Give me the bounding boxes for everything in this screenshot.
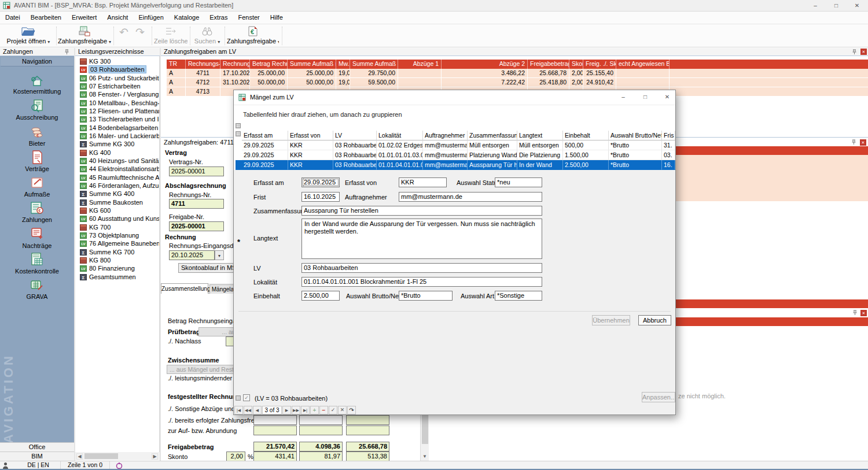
tree-item[interactable]: LV14 Bodenbelagsarbeiten <box>80 124 158 132</box>
menu-bearbeiten[interactable]: Bearbeiten <box>25 12 67 24</box>
close-icon[interactable]: ✕ <box>661 92 674 102</box>
dialog-table-row[interactable]: 29.09.2025KKR03 Rohbauarbeiter01.01.01.0… <box>242 150 675 160</box>
minimize-icon[interactable]: – <box>617 92 630 102</box>
nav-refresh-icon[interactable]: ↷ <box>347 406 356 415</box>
tree-item[interactable]: ΣSumme KG 400 <box>80 190 134 198</box>
tree-item[interactable]: ΣSumme KG 300 <box>80 140 134 148</box>
filter-grid-icon[interactable] <box>236 395 241 401</box>
tree-item[interactable]: LV40 Heizungs- und Sanitärar <box>80 157 160 165</box>
dialog-table-row[interactable]: 29.09.2025KKR03 Rohbauarbeiter01.02.02 E… <box>242 140 675 150</box>
tree-item[interactable]: KG 800 <box>80 256 111 264</box>
bereits-field-2[interactable] <box>299 415 343 425</box>
minimize-icon[interactable]: – <box>809 1 822 10</box>
tab-zusammenstellung[interactable]: Zusammenstellung <box>161 283 208 294</box>
nav-next-icon[interactable]: ▶ <box>282 406 291 415</box>
menu-fenster[interactable]: Fenster <box>233 12 264 24</box>
pin-icon[interactable] <box>852 310 858 316</box>
tree-item[interactable]: LV73 Objektplanung <box>80 231 139 239</box>
abrundung-field-2[interactable] <box>299 425 343 435</box>
sidebar-item-kostenermittlung[interactable]: Kostenermittlung <box>0 88 74 95</box>
tree-item[interactable]: LV08 Fenster- / Verglasungs- / <box>80 90 160 98</box>
tree-item[interactable]: ΣGesamtsummen <box>80 273 136 281</box>
tree-item[interactable]: LV45 Raumlufttechnische Anla <box>80 173 160 182</box>
scroll-left-icon[interactable]: ◀ <box>76 453 83 460</box>
skonto-field-3[interactable]: 513,38 <box>346 452 389 461</box>
langtext-field[interactable]: In der Wand wurde die Aussparung der Tür… <box>301 219 542 259</box>
tree-item[interactable]: LV13 Tischlerarbeiten und Inn <box>80 115 160 123</box>
sidebar-tab-bim[interactable]: BIM <box>0 452 74 461</box>
freigabebetrag-field-3[interactable]: 25.668,78 <box>346 442 389 452</box>
lokalitaet-field[interactable]: 01.01.04.01.01.001 Blockrahmentür 1-Fl 2… <box>301 277 542 287</box>
close-panel-icon[interactable]: ✕ <box>860 139 866 146</box>
anpassen-button[interactable]: Anpassen... <box>642 392 675 402</box>
close-icon[interactable]: ✕ <box>851 1 863 10</box>
nav-delete-icon[interactable]: − <box>319 406 328 415</box>
auswahl-status-field[interactable]: *neu <box>495 177 542 187</box>
sidebar-item-zahlungen[interactable]: Zahlungen <box>0 216 74 223</box>
sidebar-item-aufmasse[interactable]: Aufmaße <box>0 191 74 198</box>
tree-item[interactable]: ΣSumme Baukosten <box>80 198 143 206</box>
skonto-percent-field[interactable]: 2,00 <box>226 452 245 461</box>
eingangsdatum-field[interactable]: 20.10.2025 <box>169 250 215 260</box>
close-panel-icon[interactable]: ✕ <box>860 49 867 55</box>
tree-item[interactable]: KG 400 <box>80 149 111 157</box>
menu-hilfe[interactable]: Hilfe <box>265 12 288 24</box>
tree-item[interactable]: KG 600 <box>80 206 111 214</box>
dialog-table-row-selected[interactable]: 29.09.2025KKR03 Rohbauarbeiter01.01.04.0… <box>242 160 675 170</box>
sidebar-item-grava[interactable]: GRAVA <box>0 293 74 300</box>
table-grid-icon[interactable] <box>236 131 241 136</box>
sidebar-item-bieter[interactable]: Bieter <box>0 140 74 147</box>
dialog-title-bar[interactable]: Mängel zum LV – □ ✕ <box>234 90 675 105</box>
menu-extras[interactable]: Extras <box>204 12 233 24</box>
table-row[interactable]: A471231.10.202550.000,0050.000,0019,0059… <box>167 78 868 87</box>
tree-item[interactable]: LV16 Maler- und Lackierarbeit <box>80 132 160 140</box>
language-indicator[interactable]: DE | EN <box>16 461 61 469</box>
nav-next-page-icon[interactable]: ▶▶ <box>292 406 300 415</box>
menu-ansicht[interactable]: Ansicht <box>102 12 133 24</box>
tree-item[interactable]: LV46 Förderanlagen, Aufzugsa <box>80 182 160 190</box>
auswahl-art-field[interactable]: *Sonstige <box>495 291 542 301</box>
menu-erweitert[interactable]: Erweitert <box>67 12 102 24</box>
nav-prev-page-icon[interactable]: ◀◀ <box>244 406 252 415</box>
tree-hscrollbar[interactable]: ◀ ▶ <box>75 452 160 460</box>
sidebar-tab-office[interactable]: Office <box>0 442 74 452</box>
tree-item[interactable]: LV06 Putz- und Stuckarbeiten, <box>80 74 160 82</box>
zahlungsfreigabe-button[interactable]: € Zahlungsfreigabe ▾ <box>227 25 279 46</box>
freigabebetrag-field-2[interactable]: 4.098,36 <box>299 442 343 452</box>
sidebar-item-nachtraege[interactable]: Nachträge <box>0 242 74 249</box>
frist-field[interactable]: 16.10.2025 <box>301 192 340 202</box>
pin-icon[interactable] <box>851 139 857 145</box>
menu-kataloge[interactable]: Kataloge <box>169 12 204 24</box>
delete-row-button[interactable]: Zeile löschen <box>154 25 187 46</box>
close-panel-icon[interactable]: ✕ <box>860 310 867 316</box>
einbehalt-field[interactable]: 2.500,00 <box>301 291 340 301</box>
tree-item[interactable]: LV07 Estricharbeiten <box>80 82 141 90</box>
auftragnehmer-field[interactable]: mm@mustermann.de <box>399 192 542 202</box>
redo-button[interactable]: ↷ <box>132 25 148 46</box>
tree-item[interactable]: KG 300 <box>80 57 111 65</box>
abrundung-field-1[interactable] <box>253 425 297 435</box>
brutto-netto-field[interactable]: *Brutto <box>399 291 453 301</box>
pin-icon[interactable] <box>852 49 858 55</box>
sidebar-item-kostenkontrolle[interactable]: Kostenkontrolle <box>0 268 74 275</box>
uebernehmen-button[interactable]: Übernehmen <box>592 315 630 325</box>
abbruch-button[interactable]: Abbruch <box>638 315 671 325</box>
tree-item[interactable]: LV44 Elektroinstallationsarbeit <box>80 165 160 173</box>
table-grid-icon[interactable] <box>236 123 241 128</box>
lv-field[interactable]: 03 Rohbauarbeiten <box>301 263 542 273</box>
tree-item[interactable]: KG 700 <box>80 223 111 231</box>
erfasst-am-field[interactable]: 29.09.2025 <box>301 177 340 187</box>
tree-item-selected[interactable]: LV03 Rohbauarbeiten <box>80 65 146 73</box>
sidebar-item-vertraege[interactable]: Verträge <box>0 165 74 172</box>
tree-item[interactable]: LV10 Metallbau-, Beschlag- u <box>80 99 160 107</box>
project-open-button[interactable]: Projekt öffnen ▾ <box>3 25 53 46</box>
nav-add-icon[interactable]: + <box>310 406 319 415</box>
abrundung-field-3[interactable] <box>346 425 389 435</box>
menu-einfuegen[interactable]: Einfügen <box>133 12 168 24</box>
nav-last-icon[interactable]: ▶| <box>301 406 310 415</box>
tree-item[interactable]: ΣSumme KG 700 <box>80 248 134 256</box>
erfasst-von-field[interactable]: KKR <box>399 177 447 187</box>
sidebar-item-ausschreibung[interactable]: Ausschreibung <box>0 114 74 121</box>
skonto-field-2[interactable]: 81,97 <box>299 452 343 461</box>
nav-cancel-icon[interactable]: ✕ <box>338 406 347 415</box>
